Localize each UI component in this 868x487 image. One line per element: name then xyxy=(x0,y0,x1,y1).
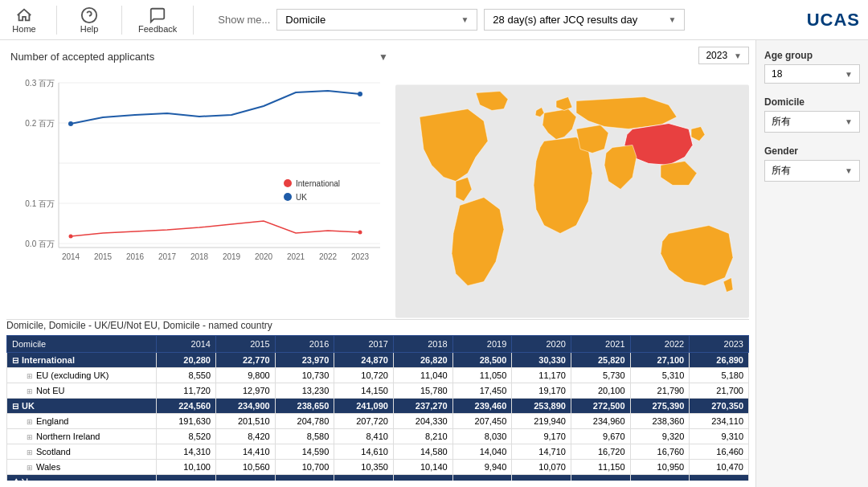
row-value: 244,830 xyxy=(157,475,216,481)
chart-title-bar: Number of accepted applicants ▼ xyxy=(10,51,388,63)
time-chevron-icon: ▼ xyxy=(668,15,676,24)
svg-point-25 xyxy=(358,231,362,235)
year-dropdown[interactable]: 2023 ▼ xyxy=(698,47,749,64)
svg-point-23 xyxy=(358,92,362,96)
row-value: 19,170 xyxy=(512,383,571,399)
line-chart-svg: 0.3 百万 0.2 百万 0.1 百万 0.0 百万 2014 2015 20… xyxy=(10,67,388,284)
row-label: ⊞Wales xyxy=(7,460,157,475)
table-row: ⊟UK224,560234,900238,650241,090237,27023… xyxy=(7,399,749,414)
age-group-dropdown[interactable]: 18 ▼ xyxy=(764,64,860,84)
row-value: 207,450 xyxy=(452,414,512,429)
row-value: 238,650 xyxy=(275,399,334,414)
row-value: 26,890 xyxy=(690,353,749,368)
svg-point-22 xyxy=(68,121,73,126)
row-value: 28,500 xyxy=(452,353,512,368)
col-2022: 2022 xyxy=(630,336,690,353)
svg-text:2020: 2020 xyxy=(255,252,273,261)
row-value: 10,700 xyxy=(275,460,334,475)
gender-value: 所有 xyxy=(772,164,791,178)
row-value: 267,960 xyxy=(452,475,512,481)
row-value: 9,940 xyxy=(452,460,512,475)
row-value: 10,140 xyxy=(393,460,452,475)
row-value: 25,820 xyxy=(571,353,630,368)
row-label: ⊟International xyxy=(7,353,157,368)
row-value: 16,760 xyxy=(630,444,690,460)
row-value: 204,330 xyxy=(393,414,452,429)
svg-point-24 xyxy=(69,235,73,239)
row-value: 5,730 xyxy=(571,368,630,383)
svg-point-26 xyxy=(284,179,292,187)
gender-chevron-icon: ▼ xyxy=(845,166,853,175)
row-value: 9,320 xyxy=(630,429,690,444)
col-2014: 2014 xyxy=(157,336,216,353)
row-value: 234,960 xyxy=(571,414,630,429)
row-value: 11,720 xyxy=(157,383,216,399)
row-value: 265,960 xyxy=(334,475,394,481)
age-group-chevron-icon: ▼ xyxy=(845,70,853,79)
row-value: 234,900 xyxy=(216,399,276,414)
chart-dropdown-icon[interactable]: ▼ xyxy=(379,51,388,63)
col-2021: 2021 xyxy=(571,336,630,353)
table-row: ⊞Scotland14,31014,41014,59014,61014,5801… xyxy=(7,444,749,460)
row-value: 8,580 xyxy=(275,429,334,444)
row-value: 241,090 xyxy=(334,399,394,414)
row-value: 272,500 xyxy=(571,399,630,414)
year-chevron-icon: ▼ xyxy=(734,51,742,60)
year-value: 2023 xyxy=(706,50,727,61)
col-2015: 2015 xyxy=(216,336,276,353)
row-value: 8,030 xyxy=(452,429,512,444)
row-value: 262,620 xyxy=(275,475,334,481)
show-me-dropdown[interactable]: Domicile ▼ xyxy=(276,9,477,31)
svg-point-28 xyxy=(284,193,292,201)
row-value: 10,950 xyxy=(630,460,690,475)
table-section: Domicile, Domicile - UK/EU/Not EU, Domic… xyxy=(6,320,749,481)
svg-text:2015: 2015 xyxy=(94,252,113,261)
row-value: 11,170 xyxy=(512,368,571,383)
row-value: 14,310 xyxy=(157,444,216,460)
domicile-dropdown[interactable]: 所有 ▼ xyxy=(764,111,860,133)
row-value: 21,700 xyxy=(690,383,749,399)
row-value: 14,710 xyxy=(512,444,571,460)
row-value: 27,100 xyxy=(630,353,690,368)
svg-text:0.3 百万: 0.3 百万 xyxy=(25,79,55,88)
domicile-value: 所有 xyxy=(772,115,791,129)
left-panel: Number of accepted applicants ▼ 0.3 百万 0… xyxy=(0,40,755,487)
chart-title: Number of accepted applicants xyxy=(10,51,154,63)
row-value: 14,040 xyxy=(452,444,512,460)
home-label: Home xyxy=(12,24,35,34)
table-row: 合计244,830257,660262,620265,960264,090267… xyxy=(7,475,749,481)
svg-text:2014: 2014 xyxy=(62,252,80,261)
svg-text:2021: 2021 xyxy=(287,252,305,261)
age-group-label: Age group xyxy=(764,50,860,61)
row-value: 201,510 xyxy=(216,414,276,429)
table-header-row: Domicile 2014 2015 2016 2017 2018 2019 2… xyxy=(7,336,749,353)
time-dropdown[interactable]: 28 day(s) after JCQ results day ▼ xyxy=(484,9,685,31)
row-value: 257,660 xyxy=(216,475,276,481)
nav-divider-1 xyxy=(56,6,57,35)
help-nav[interactable]: Help xyxy=(73,6,105,34)
chart-wrapper: 0.3 百万 0.2 百万 0.1 百万 0.0 百万 2014 2015 20… xyxy=(10,67,388,286)
row-value: 8,520 xyxy=(157,429,216,444)
row-value: 275,390 xyxy=(630,399,690,414)
row-value: 8,550 xyxy=(157,368,216,383)
row-value: 24,870 xyxy=(334,353,394,368)
gender-filter: Gender 所有 ▼ xyxy=(764,145,860,182)
row-value: 5,310 xyxy=(630,368,690,383)
row-value: 14,590 xyxy=(275,444,334,460)
svg-text:0.2 百万: 0.2 百万 xyxy=(25,119,55,128)
row-value: 20,280 xyxy=(157,353,216,368)
home-nav[interactable]: Home xyxy=(8,6,40,34)
row-value: 9,170 xyxy=(512,429,571,444)
row-value: 302,480 xyxy=(630,475,690,481)
gender-dropdown[interactable]: 所有 ▼ xyxy=(764,160,860,182)
feedback-nav[interactable]: Feedback xyxy=(138,6,177,34)
svg-text:International: International xyxy=(296,179,340,188)
col-2016: 2016 xyxy=(275,336,334,353)
row-value: 14,150 xyxy=(334,383,394,399)
ucas-logo: UCAS xyxy=(807,10,860,31)
row-value: 17,450 xyxy=(452,383,512,399)
row-value: 204,780 xyxy=(275,414,334,429)
row-value: 238,360 xyxy=(630,414,690,429)
row-value: 237,270 xyxy=(393,399,452,414)
row-label: ⊞Not EU xyxy=(7,383,157,399)
